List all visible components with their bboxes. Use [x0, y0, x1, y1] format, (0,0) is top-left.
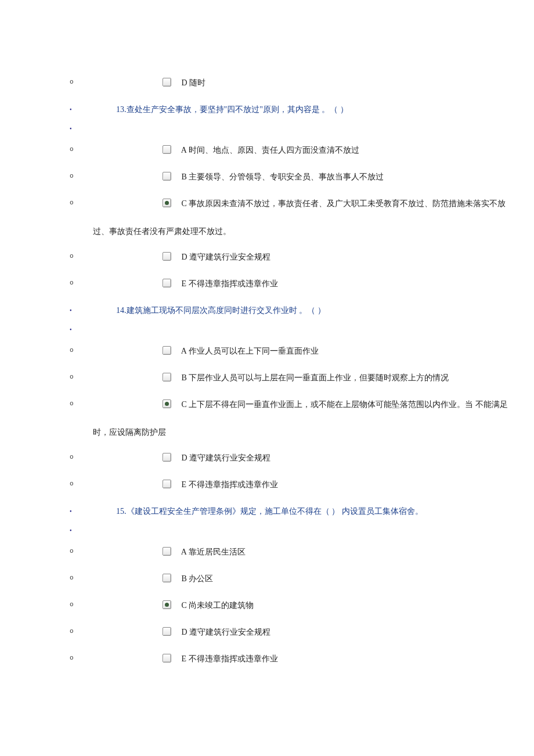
list-item: A 靠近居民生活区 — [0, 539, 534, 566]
radio-icon-selected[interactable] — [163, 399, 171, 408]
list-item: B 下层作业人员可以与上层在同一垂直面上作业，但要随时观察上方的情况 — [0, 365, 534, 391]
radio-icon[interactable] — [163, 78, 171, 87]
spacer — [0, 123, 534, 137]
radio-icon[interactable] — [163, 627, 171, 636]
radio-icon[interactable] — [163, 574, 171, 582]
radio-icon[interactable] — [163, 145, 171, 154]
list-item: A 作业人员可以在上下同一垂直面作业 — [0, 338, 534, 365]
list-item: C 事故原因未查清不放过，事故责任者、及广大职工未受教育不放过、防范措施未落实不… — [0, 190, 534, 244]
radio-icon[interactable] — [163, 279, 171, 287]
radio-icon[interactable] — [163, 172, 171, 181]
radio-icon[interactable] — [163, 547, 171, 556]
question-list: D 随时 13.查处生产安全事故，要坚持"四不放过"原则，其内容是 。（ ） A… — [0, 70, 534, 672]
list-item: E 不得违章指挥或违章作业 — [0, 271, 534, 297]
spacer — [0, 525, 534, 539]
list-item: B 主要领导、分管领导、专职安全员、事故当事人不放过 — [0, 164, 534, 190]
option-label: E 不得违章指挥或违章作业 — [182, 654, 278, 663]
radio-icon[interactable] — [163, 252, 171, 261]
list-item: D 遵守建筑行业安全规程 — [0, 445, 534, 471]
list-item: D 遵守建筑行业安全规程 — [0, 619, 534, 646]
spacer — [0, 324, 534, 338]
option-label: B 办公区 — [182, 574, 214, 583]
option-label: B 下层作业人员可以与上层在同一垂直面上作业，但要随时观察上方的情况 — [182, 373, 449, 382]
document-page: D 随时 13.查处生产安全事故，要坚持"四不放过"原则，其内容是 。（ ） A… — [0, 0, 534, 756]
list-item: A 时间、地点、原因、责任人四方面没查清不放过 — [0, 137, 534, 164]
option-label: E 不得违章指挥或违章作业 — [182, 480, 278, 489]
list-item: D 随时 — [0, 70, 534, 96]
question-text: 14.建筑施工现场不同层次高度同时进行交叉作业时 。（ ） — [116, 306, 326, 315]
radio-icon[interactable] — [163, 654, 171, 663]
option-label: A 靠近居民生活区 — [181, 548, 246, 556]
list-item: E 不得违章指挥或违章作业 — [0, 471, 534, 498]
list-item: B 办公区 — [0, 566, 534, 592]
option-label: D 随时 — [182, 78, 206, 87]
question-15: 15.《建设工程安全生产管理条例》规定，施工单位不得在（ ） 内设置员工集体宿舍… — [0, 498, 534, 525]
radio-icon-selected[interactable] — [163, 600, 171, 609]
radio-icon[interactable] — [163, 453, 171, 462]
list-item: C 尚未竣工的建筑物 — [0, 592, 534, 619]
radio-icon-selected[interactable] — [163, 199, 171, 207]
option-label: D 遵守建筑行业安全规程 — [182, 628, 271, 636]
option-label: A 时间、地点、原因、责任人四方面没查清不放过 — [181, 146, 359, 154]
option-label: C 上下层不得在同一垂直作业面上，或不能在上层物体可能坠落范围以内作业。当 不能… — [182, 400, 508, 409]
list-item: E 不得违章指挥或违章作业 — [0, 646, 534, 672]
option-label-continuation: 过、事故责任者没有严肃处理不放过。 — [93, 224, 511, 239]
option-label: C 事故原因未查清不放过，事故责任者、及广大职工未受教育不放过、防范措施未落实不… — [182, 199, 506, 208]
option-label: D 遵守建筑行业安全规程 — [182, 253, 271, 261]
option-label: E 不得违章指挥或违章作业 — [182, 279, 278, 288]
question-14: 14.建筑施工现场不同层次高度同时进行交叉作业时 。（ ） — [0, 297, 534, 324]
radio-icon[interactable] — [163, 480, 171, 488]
radio-icon[interactable] — [163, 346, 171, 355]
option-label: A 作业人员可以在上下同一垂直面作业 — [181, 347, 319, 355]
option-label: B 主要领导、分管领导、专职安全员、事故当事人不放过 — [182, 172, 384, 181]
list-item: D 遵守建筑行业安全规程 — [0, 244, 534, 271]
option-label: C 尚未竣工的建筑物 — [182, 601, 254, 610]
option-label-continuation: 时，应设隔离防护层 — [93, 425, 511, 440]
question-text: 15.《建设工程安全生产管理条例》规定，施工单位不得在（ ） 内设置员工集体宿舍… — [116, 507, 423, 516]
question-13: 13.查处生产安全事故，要坚持"四不放过"原则，其内容是 。（ ） — [0, 96, 534, 123]
list-item: C 上下层不得在同一垂直作业面上，或不能在上层物体可能坠落范围以内作业。当 不能… — [0, 391, 534, 445]
option-label: D 遵守建筑行业安全规程 — [182, 453, 271, 462]
radio-icon[interactable] — [163, 373, 171, 381]
question-text: 13.查处生产安全事故，要坚持"四不放过"原则，其内容是 。（ ） — [116, 105, 348, 114]
